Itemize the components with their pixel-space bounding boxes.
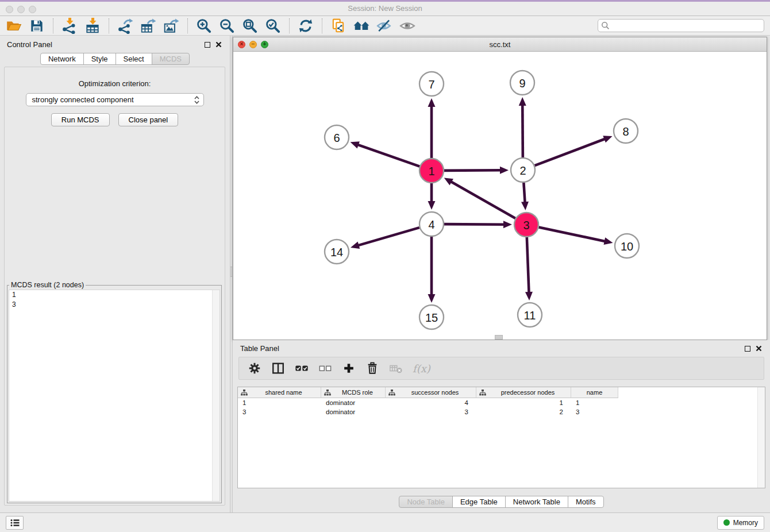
graph-edge-4-3[interactable]: [444, 224, 505, 225]
graph-node-label: 1: [428, 165, 434, 178]
float-panel-icon[interactable]: [205, 42, 210, 48]
tab-network-table[interactable]: Network Table: [505, 496, 568, 508]
refresh-layout-icon[interactable]: [298, 18, 314, 34]
graph-edge-arrowhead: [500, 167, 509, 174]
column-header-mcds-role[interactable]: MCDS role: [321, 387, 386, 398]
toggle-column-display-icon[interactable]: [271, 361, 285, 375]
network-window-resize-grip[interactable]: [495, 335, 503, 340]
control-panel: Control Panel Network Style Select MCDS …: [0, 36, 230, 512]
tab-style[interactable]: Style: [83, 53, 116, 65]
save-session-icon[interactable]: [29, 18, 45, 34]
tab-mcds[interactable]: MCDS: [152, 53, 190, 65]
cell-name[interactable]: 3: [571, 407, 618, 417]
tab-select[interactable]: Select: [116, 53, 152, 65]
zoom-out-icon[interactable]: [219, 18, 235, 34]
graph-edge-1-6[interactable]: [357, 145, 419, 167]
zoom-fit-icon[interactable]: [242, 18, 258, 34]
export-image-icon[interactable]: [163, 18, 179, 34]
tab-edge-table[interactable]: Edge Table: [452, 496, 506, 508]
search-icon: [601, 21, 610, 30]
column-header-name[interactable]: name: [571, 387, 618, 398]
graph-edge-4-14[interactable]: [357, 228, 419, 245]
graph-edge-1-2[interactable]: [444, 170, 501, 171]
memory-button[interactable]: Memory: [717, 516, 764, 530]
graph-edge-2-9[interactable]: [522, 105, 523, 157]
export-network-icon[interactable]: [117, 18, 133, 34]
graph-edge-3-10[interactable]: [539, 228, 606, 242]
zoom-window-icon[interactable]: [29, 6, 36, 13]
cell-predecessor-nodes[interactable]: 2: [476, 407, 571, 417]
column-header-successor-nodes[interactable]: successor nodes: [386, 387, 476, 398]
add-row-icon[interactable]: [342, 361, 356, 375]
network-zoom-icon[interactable]: +: [261, 41, 268, 48]
cell-name[interactable]: 1: [571, 398, 618, 407]
optimization-criterion-label: Optimization criterion:: [5, 79, 225, 88]
criterion-select[interactable]: strongly connected component: [26, 93, 204, 106]
cell-mcds-role[interactable]: dominator: [321, 407, 386, 417]
toolbar-separator: [187, 18, 188, 33]
zoom-in-icon[interactable]: [196, 18, 212, 34]
graph-edge-arrowhead: [604, 237, 613, 245]
task-history-button[interactable]: [6, 516, 24, 530]
graph-edge-3-1[interactable]: [451, 182, 515, 218]
close-panel-button[interactable]: Close panel: [118, 113, 179, 126]
column-header-shared-name[interactable]: shared name: [238, 387, 321, 398]
function-builder-icon[interactable]: f(x): [413, 363, 430, 375]
close-window-icon[interactable]: [6, 6, 13, 13]
network-view-window: scc.txt × − + 7968124314101511: [233, 37, 767, 340]
toolbar-separator: [289, 18, 290, 33]
graph-edge-3-11[interactable]: [527, 237, 529, 293]
panel-divider-grip[interactable]: [230, 267, 232, 277]
cell-successor-nodes[interactable]: 4: [386, 398, 476, 407]
first-neighbors-houses-icon[interactable]: [353, 18, 369, 34]
network-close-icon[interactable]: ×: [238, 41, 245, 48]
graph-edge-2-8[interactable]: [535, 138, 606, 165]
minimize-window-icon[interactable]: [17, 6, 25, 13]
float-table-panel-icon[interactable]: [745, 346, 750, 352]
column-header-predecessor-nodes[interactable]: predecessor nodes: [476, 387, 571, 398]
graph-node-label: 6: [333, 132, 340, 144]
table-scrollbar[interactable]: [757, 387, 765, 488]
search-box[interactable]: [598, 19, 764, 32]
graph-edge-arrowhead: [525, 292, 533, 300]
column-settings-gear-icon[interactable]: [248, 361, 261, 375]
tab-network[interactable]: Network: [40, 53, 84, 65]
window-controls[interactable]: [6, 6, 36, 13]
import-network-icon[interactable]: [61, 18, 78, 34]
delete-selected-rows-icon[interactable]: [365, 361, 379, 375]
table-row[interactable]: 3 dominator 3 2 3: [238, 407, 765, 417]
new-network-from-selection-icon[interactable]: [330, 18, 346, 34]
cell-successor-nodes[interactable]: 3: [386, 407, 476, 417]
mcds-result-list[interactable]: 1 3: [9, 290, 220, 502]
network-canvas[interactable]: 7968124314101511: [233, 52, 767, 340]
import-table-icon[interactable]: [84, 18, 101, 34]
cell-mcds-role[interactable]: dominator: [321, 398, 386, 407]
cell-predecessor-nodes[interactable]: 1: [476, 398, 571, 407]
cell-shared-name[interactable]: 3: [238, 407, 321, 417]
graph-node-label: 11: [524, 309, 536, 322]
graph-edge-2-3[interactable]: [523, 183, 525, 203]
export-table-icon[interactable]: [140, 18, 156, 34]
close-panel-icon[interactable]: [215, 41, 222, 48]
table-tabs: Node Table Edge Table Network Table Moti…: [233, 496, 770, 508]
network-window-titlebar[interactable]: scc.txt × − +: [233, 37, 767, 52]
open-session-icon[interactable]: [6, 18, 22, 34]
hide-selected-eye-slash-icon[interactable]: [376, 18, 392, 34]
select-all-rows-icon[interactable]: [295, 361, 309, 375]
search-input[interactable]: [598, 19, 764, 32]
cell-shared-name[interactable]: 1: [238, 398, 321, 407]
show-all-eye-icon[interactable]: [399, 18, 415, 34]
network-minimize-icon[interactable]: −: [249, 41, 257, 48]
mcds-result-box: MCDS result (2 nodes) 1 3: [7, 281, 222, 503]
tab-motifs[interactable]: Motifs: [568, 496, 604, 508]
network-graph[interactable]: 7968124314101511: [233, 52, 767, 340]
run-mcds-button[interactable]: Run MCDS: [51, 113, 110, 126]
close-table-panel-icon[interactable]: [756, 345, 762, 352]
zoom-selected-icon[interactable]: [265, 18, 281, 34]
delete-table-icon[interactable]: [389, 361, 403, 375]
table-panel-title: Table Panel: [240, 344, 279, 353]
tab-node-table[interactable]: Node Table: [399, 496, 453, 508]
table-row[interactable]: 1 dominator 4 1 1: [238, 398, 765, 407]
result-scrollbar[interactable]: [212, 290, 220, 501]
deselect-all-rows-icon[interactable]: [318, 361, 332, 375]
